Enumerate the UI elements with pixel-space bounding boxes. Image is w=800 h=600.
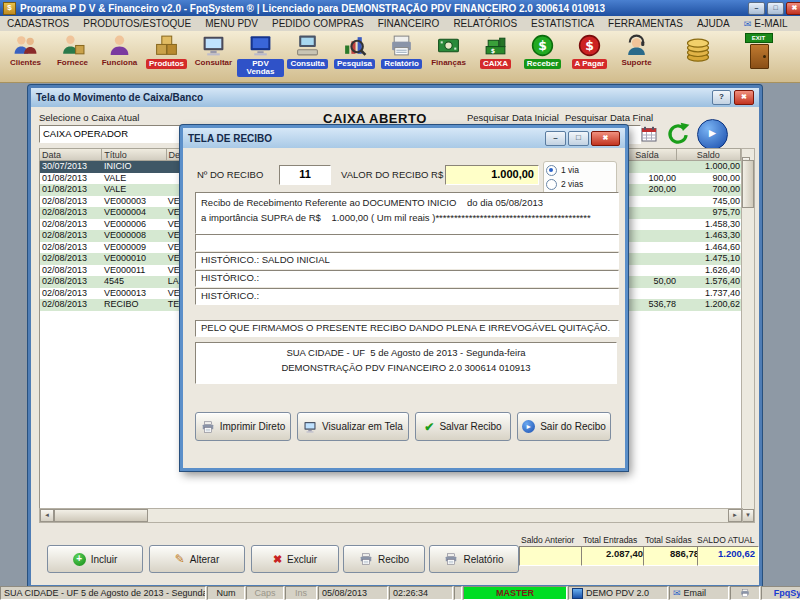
horizontal-scrollbar[interactable]: ◄ ► — [39, 508, 743, 523]
close-icon[interactable]: ✖ — [786, 2, 800, 15]
menu-item-estatistica[interactable]: ESTATISTICA — [524, 18, 601, 29]
toolbar-button-produtos[interactable]: Produtos — [143, 33, 190, 79]
imprimir-label: Imprimir Direto — [220, 421, 286, 432]
cell: VE000013 — [102, 288, 166, 300]
toolbar-button-pesquisa[interactable]: Pesquisa — [331, 33, 378, 79]
quitacao-strip: PELO QUE FIRMAMOS O PRESENTE RECIBO DAND… — [195, 320, 619, 337]
historico3-strip[interactable]: HISTÓRICO.: — [195, 288, 619, 305]
toolbar-button-coins[interactable] — [674, 33, 721, 79]
radio-icon — [546, 179, 557, 190]
relatorio-button[interactable]: Relatório — [429, 545, 519, 573]
toolbar-button-consulta[interactable]: Consulta — [284, 33, 331, 79]
toolbar-button-financas[interactable]: Finanças — [425, 33, 472, 79]
historico2-strip[interactable]: HISTÓRICO.: — [195, 270, 619, 287]
menu-item-label: FINANCEIRO — [378, 18, 440, 29]
saldo-atual-value: 1.200,62 — [697, 546, 759, 566]
caixa-status: CAIXA ABERTO — [323, 111, 427, 126]
toolbar-button-funcionarios[interactable]: Funciona — [96, 33, 143, 79]
scroll-down-icon[interactable]: ▼ — [742, 509, 754, 522]
scrollbar-thumb[interactable] — [742, 160, 754, 208]
close-icon[interactable]: ✖ — [591, 131, 620, 146]
menu-item-pedido-compras[interactable]: PEDIDO COMPRAS — [265, 18, 371, 29]
pencil-icon: ✎ — [175, 553, 185, 565]
status-printer[interactable] — [730, 586, 760, 600]
menu-item-financeiro[interactable]: FINANCEIRO — [371, 18, 447, 29]
recibo-button[interactable]: Recibo — [343, 545, 425, 573]
toolbar-button-fornecedores[interactable]: Fornece — [49, 33, 96, 79]
column-header[interactable]: Data — [39, 148, 102, 161]
toolbar-button-a-pagar[interactable]: $ A Pagar — [566, 33, 613, 79]
refresh-icon[interactable] — [665, 121, 691, 147]
menu-item-menu-pdv[interactable]: MENU PDV — [198, 18, 265, 29]
cell: 1.737,40 — [678, 288, 742, 300]
saldo-atual-label: SALDO ATUAL — [697, 535, 754, 545]
menu-item-produtos-estoque[interactable]: PRODUTOS/ESTOQUE — [76, 18, 198, 29]
help-icon[interactable]: ? — [712, 90, 731, 105]
toolbar-button-label: Receber — [524, 59, 562, 69]
scroll-right-icon[interactable]: ► — [728, 509, 742, 522]
receipt-body-panel: Recibo de Recebimento Referente ao DOCUM… — [195, 192, 619, 234]
alterar-button[interactable]: ✎ Alterar — [149, 545, 245, 573]
menu-item-label: AJUDA — [697, 18, 730, 29]
menu-item-cadastros[interactable]: CADASTROS — [0, 18, 76, 29]
excluir-label: Excluir — [287, 554, 317, 565]
cell: 900,00 — [678, 173, 742, 185]
status-email[interactable]: ✉Email — [669, 586, 729, 600]
computer-icon — [295, 33, 320, 58]
toolbar-button-receber[interactable]: $ Receber — [519, 33, 566, 79]
visualizar-tela-button[interactable]: Visualizar em Tela — [297, 412, 409, 441]
toolbar-button-caixa[interactable]: $ CAIXA — [472, 33, 519, 79]
maximize-icon[interactable]: □ — [568, 131, 589, 146]
column-header[interactable]: Saldo — [677, 148, 741, 161]
calendar-icon[interactable] — [641, 126, 657, 142]
radio-2-vias[interactable]: 2 vias — [546, 177, 614, 191]
salvar-label: Salvar Recibo — [439, 421, 501, 432]
printer-icon — [444, 552, 458, 566]
menu-item-label: PEDIDO COMPRAS — [272, 18, 364, 29]
toolbar-button-label: Pesquisa — [334, 59, 375, 69]
excluir-button[interactable]: ✖ Excluir — [251, 545, 339, 573]
menu-item-ferramentas[interactable]: FERRAMENTAS — [601, 18, 690, 29]
employee-icon — [107, 33, 132, 58]
minimize-icon[interactable]: – — [545, 131, 566, 146]
receipt-body-line1: Recibo de Recebimento Referente ao DOCUM… — [201, 195, 613, 210]
toolbar-button-relatorio[interactable]: Relatório — [378, 33, 425, 79]
go-arrow-icon[interactable]: ► — [697, 119, 728, 150]
column-header[interactable]: Título — [102, 148, 166, 161]
email-icon: ✉ — [673, 587, 681, 599]
imprimir-direto-button[interactable]: Imprimir Direto — [195, 412, 291, 441]
menu-bar: CADASTROSPRODUTOS/ESTOQUEMENU PDVPEDIDO … — [0, 16, 800, 32]
exit-arrow-icon: ► — [522, 420, 535, 433]
status-spacer — [454, 586, 462, 600]
status-email-label: Email — [684, 587, 707, 599]
cell: 02/08/2013 — [40, 299, 102, 311]
app-screen: $ Programa P D V & Financeiro v2.0 - Fpq… — [0, 0, 800, 600]
radio-1-via[interactable]: 1 via — [546, 163, 614, 177]
menu-item-e-mail[interactable]: ✉E-MAIL — [737, 18, 795, 29]
historico1-strip[interactable]: HISTÓRICO.: SALDO INICIAL — [195, 252, 619, 269]
toolbar-button-exit[interactable]: EXIT — [735, 33, 782, 79]
cell: VE000010 — [102, 253, 166, 265]
scrollbar-thumb[interactable] — [54, 509, 148, 522]
toolbar-button-label: Funciona — [102, 59, 138, 67]
toolbar-button-clientes[interactable]: Clientes — [2, 33, 49, 79]
toolbar-button-pdv-vendas[interactable]: PDV Vendas — [237, 33, 284, 79]
cell: 02/08/2013 — [40, 242, 102, 254]
toolbar-button-consultar[interactable]: Consultar — [190, 33, 237, 79]
vertical-scrollbar[interactable]: ▲ ▼ — [741, 148, 755, 523]
receipt-dialog-titlebar: TELA DE RECIBO – □ ✖ — [183, 128, 625, 148]
close-icon[interactable]: ✖ — [734, 90, 754, 105]
maximize-icon[interactable]: □ — [767, 2, 784, 15]
incluir-button[interactable]: + Incluir — [47, 545, 143, 573]
salvar-recibo-button[interactable]: ✔ Salvar Recibo — [415, 412, 511, 441]
scroll-left-icon[interactable]: ◄ — [40, 509, 54, 522]
menu-item-label: RELATÓRIOS — [453, 18, 517, 29]
app-titlebar: $ Programa P D V & Financeiro v2.0 - Fpq… — [0, 0, 800, 16]
sair-recibo-button[interactable]: ► Sair do Recibo — [517, 412, 611, 441]
numero-recibo-field[interactable]: 11 — [279, 165, 331, 185]
toolbar-button-suporte[interactable]: Suporte — [613, 33, 660, 79]
menu-item-relat-rios[interactable]: RELATÓRIOS — [446, 18, 524, 29]
minimize-icon[interactable]: – — [748, 2, 765, 15]
menu-item-ajuda[interactable]: AJUDA — [690, 18, 737, 29]
valor-recibo-field[interactable]: 1.000,00 — [445, 165, 539, 185]
